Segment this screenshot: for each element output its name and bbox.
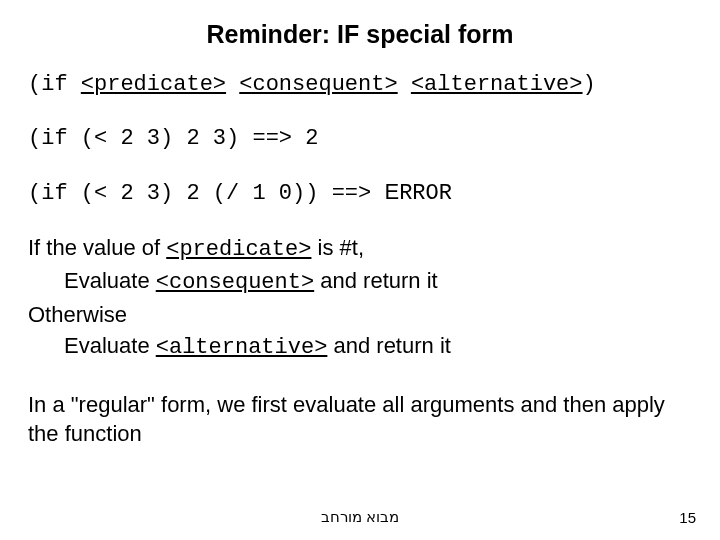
explain-line-2: Evaluate <consequent> and return it: [64, 267, 692, 297]
slide-title: Reminder: IF special form: [28, 20, 692, 49]
syntax-sp2: [398, 72, 411, 97]
l1b: <predicate>: [166, 237, 311, 262]
example-2-expr: (if (< 2 3) 2 (/ 1 0)) ==>: [28, 181, 384, 206]
explain-line-1: If the value of <predicate> is #t,: [28, 234, 692, 264]
example-2-result-rest: RROR: [399, 181, 452, 206]
example-1: (if (< 2 3) 2 3) ==> 2: [28, 125, 692, 153]
l2a: Evaluate: [64, 268, 156, 293]
syntax-predicate: <predicate>: [81, 72, 226, 97]
l4b: <alternative>: [156, 335, 328, 360]
example-2-result-prefix: E: [384, 179, 399, 204]
example-2: (if (< 2 3) 2 (/ 1 0)) ==> ERROR: [28, 178, 692, 208]
page-number: 15: [679, 509, 696, 526]
syntax-consequent: <consequent>: [239, 72, 397, 97]
syntax-open: (if: [28, 72, 81, 97]
l1a: If the value of: [28, 235, 166, 260]
footer-hebrew: מבוא מורחב: [0, 508, 720, 526]
example-1-expr: (if (< 2 3) 2 3) ==>: [28, 126, 305, 151]
example-1-result: 2: [305, 126, 318, 151]
l4c: and return it: [327, 333, 451, 358]
syntax-line: (if <predicate> <consequent> <alternativ…: [28, 71, 692, 99]
syntax-sp1: [226, 72, 239, 97]
closing-text: In a "regular" form, we first evaluate a…: [28, 390, 692, 449]
syntax-alternative: <alternative>: [411, 72, 583, 97]
l1c: is #t,: [311, 235, 364, 260]
l4a: Evaluate: [64, 333, 156, 358]
l3: Otherwise: [28, 302, 127, 327]
explain-line-4: Evaluate <alternative> and return it: [64, 332, 692, 362]
syntax-close: ): [583, 72, 596, 97]
l2c: and return it: [314, 268, 438, 293]
l2b: <consequent>: [156, 270, 314, 295]
explain-line-3: Otherwise: [28, 301, 692, 329]
explanation-block: If the value of <predicate> is #t, Evalu…: [28, 234, 692, 362]
